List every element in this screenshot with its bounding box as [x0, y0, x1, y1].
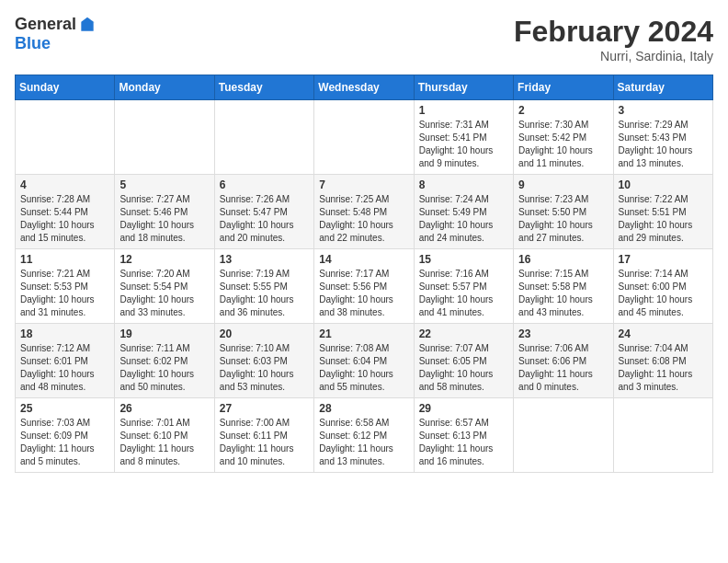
calendar-day-cell: 21Sunrise: 7:08 AM Sunset: 6:04 PM Dayli…	[314, 324, 414, 398]
day-number: 22	[419, 327, 508, 340]
calendar-day-cell: 3Sunrise: 7:29 AM Sunset: 5:43 PM Daylig…	[613, 100, 712, 175]
day-info: Sunrise: 7:29 AM Sunset: 5:43 PM Dayligh…	[619, 119, 708, 170]
weekday-header-monday: Monday	[115, 75, 214, 100]
weekday-header-friday: Friday	[514, 75, 613, 100]
day-number: 16	[518, 253, 608, 266]
weekday-header-tuesday: Tuesday	[214, 75, 313, 100]
day-info: Sunrise: 7:26 AM Sunset: 5:47 PM Dayligh…	[220, 193, 309, 245]
day-number: 14	[319, 253, 408, 266]
day-number: 6	[220, 178, 309, 191]
location-subtitle: Nurri, Sardinia, Italy	[514, 49, 713, 63]
day-info: Sunrise: 7:27 AM Sunset: 5:46 PM Dayligh…	[119, 193, 209, 245]
logo-blue: Blue	[15, 34, 51, 53]
weekday-header-sunday: Sunday	[16, 75, 115, 100]
day-info: Sunrise: 7:20 AM Sunset: 5:54 PM Dayligh…	[119, 268, 209, 319]
day-info: Sunrise: 6:57 AM Sunset: 6:13 PM Dayligh…	[419, 417, 508, 468]
day-number: 27	[220, 402, 309, 415]
calendar-day-cell: 25Sunrise: 7:03 AM Sunset: 6:09 PM Dayli…	[16, 398, 115, 473]
day-number: 8	[419, 178, 508, 191]
day-number: 21	[319, 327, 408, 340]
calendar-day-cell: 17Sunrise: 7:14 AM Sunset: 6:00 PM Dayli…	[613, 249, 712, 324]
calendar-day-cell: 20Sunrise: 7:10 AM Sunset: 6:03 PM Dayli…	[214, 324, 313, 398]
day-number: 29	[419, 402, 508, 415]
calendar-day-cell: 2Sunrise: 7:30 AM Sunset: 5:42 PM Daylig…	[514, 100, 613, 175]
calendar-day-cell: 8Sunrise: 7:24 AM Sunset: 5:49 PM Daylig…	[414, 175, 513, 249]
empty-cell	[16, 100, 115, 175]
calendar-day-cell: 22Sunrise: 7:07 AM Sunset: 6:05 PM Dayli…	[414, 324, 513, 398]
calendar-day-cell: 19Sunrise: 7:11 AM Sunset: 6:02 PM Dayli…	[115, 324, 214, 398]
day-number: 12	[119, 253, 209, 266]
calendar-day-cell: 7Sunrise: 7:25 AM Sunset: 5:48 PM Daylig…	[314, 175, 414, 249]
day-number: 28	[319, 402, 408, 415]
day-info: Sunrise: 7:06 AM Sunset: 6:06 PM Dayligh…	[518, 342, 608, 394]
empty-cell	[214, 100, 313, 175]
weekday-header-thursday: Thursday	[414, 75, 513, 100]
day-number: 26	[119, 402, 209, 415]
empty-cell	[314, 100, 414, 175]
day-number: 11	[20, 253, 109, 266]
day-number: 3	[619, 104, 708, 117]
day-info: Sunrise: 7:23 AM Sunset: 5:50 PM Dayligh…	[518, 193, 608, 245]
day-info: Sunrise: 7:14 AM Sunset: 6:00 PM Dayligh…	[619, 268, 708, 319]
calendar-week-row: 18Sunrise: 7:12 AM Sunset: 6:01 PM Dayli…	[16, 324, 713, 398]
day-info: Sunrise: 7:11 AM Sunset: 6:02 PM Dayligh…	[119, 342, 209, 394]
day-info: Sunrise: 7:22 AM Sunset: 5:51 PM Dayligh…	[619, 193, 708, 245]
day-number: 25	[20, 402, 109, 415]
calendar-day-cell: 26Sunrise: 7:01 AM Sunset: 6:10 PM Dayli…	[115, 398, 214, 473]
day-number: 18	[20, 327, 109, 340]
calendar-day-cell: 18Sunrise: 7:12 AM Sunset: 6:01 PM Dayli…	[16, 324, 115, 398]
day-number: 20	[220, 327, 309, 340]
day-info: Sunrise: 7:24 AM Sunset: 5:49 PM Dayligh…	[419, 193, 508, 245]
calendar-day-cell: 10Sunrise: 7:22 AM Sunset: 5:51 PM Dayli…	[613, 175, 712, 249]
calendar-day-cell: 14Sunrise: 7:17 AM Sunset: 5:56 PM Dayli…	[314, 249, 414, 324]
day-info: Sunrise: 7:28 AM Sunset: 5:44 PM Dayligh…	[20, 193, 109, 245]
day-info: Sunrise: 7:01 AM Sunset: 6:10 PM Dayligh…	[119, 417, 209, 468]
calendar-day-cell: 6Sunrise: 7:26 AM Sunset: 5:47 PM Daylig…	[214, 175, 313, 249]
day-number: 23	[518, 327, 608, 340]
calendar-day-cell: 12Sunrise: 7:20 AM Sunset: 5:54 PM Dayli…	[115, 249, 214, 324]
calendar-day-cell: 1Sunrise: 7:31 AM Sunset: 5:41 PM Daylig…	[414, 100, 513, 175]
day-info: Sunrise: 7:25 AM Sunset: 5:48 PM Dayligh…	[319, 193, 408, 245]
day-info: Sunrise: 7:17 AM Sunset: 5:56 PM Dayligh…	[319, 268, 408, 319]
calendar-table: SundayMondayTuesdayWednesdayThursdayFrid…	[15, 75, 713, 473]
calendar-day-cell: 9Sunrise: 7:23 AM Sunset: 5:50 PM Daylig…	[514, 175, 613, 249]
calendar-day-cell: 23Sunrise: 7:06 AM Sunset: 6:06 PM Dayli…	[514, 324, 613, 398]
logo: General Blue	[15, 15, 97, 53]
calendar-week-row: 25Sunrise: 7:03 AM Sunset: 6:09 PM Dayli…	[16, 398, 713, 473]
day-info: Sunrise: 7:30 AM Sunset: 5:42 PM Dayligh…	[518, 119, 608, 170]
day-number: 5	[119, 178, 209, 191]
day-info: Sunrise: 7:19 AM Sunset: 5:55 PM Dayligh…	[220, 268, 309, 319]
calendar-day-cell: 5Sunrise: 7:27 AM Sunset: 5:46 PM Daylig…	[115, 175, 214, 249]
calendar-week-row: 1Sunrise: 7:31 AM Sunset: 5:41 PM Daylig…	[16, 100, 713, 175]
page-header: General Blue February 2024 Nurri, Sardin…	[15, 15, 713, 63]
day-info: Sunrise: 7:15 AM Sunset: 5:58 PM Dayligh…	[518, 268, 608, 319]
calendar-day-cell: 29Sunrise: 6:57 AM Sunset: 6:13 PM Dayli…	[414, 398, 513, 473]
day-info: Sunrise: 7:04 AM Sunset: 6:08 PM Dayligh…	[619, 342, 708, 394]
day-number: 9	[518, 178, 608, 191]
day-info: Sunrise: 7:07 AM Sunset: 6:05 PM Dayligh…	[419, 342, 508, 394]
calendar-day-cell: 4Sunrise: 7:28 AM Sunset: 5:44 PM Daylig…	[16, 175, 115, 249]
day-info: Sunrise: 7:00 AM Sunset: 6:11 PM Dayligh…	[220, 417, 309, 468]
logo-general: General	[15, 15, 76, 34]
empty-cell	[613, 398, 712, 473]
day-info: Sunrise: 7:03 AM Sunset: 6:09 PM Dayligh…	[20, 417, 109, 468]
calendar-day-cell: 15Sunrise: 7:16 AM Sunset: 5:57 PM Dayli…	[414, 249, 513, 324]
logo-icon	[78, 16, 97, 34]
calendar-week-row: 4Sunrise: 7:28 AM Sunset: 5:44 PM Daylig…	[16, 175, 713, 249]
calendar-day-cell: 28Sunrise: 6:58 AM Sunset: 6:12 PM Dayli…	[314, 398, 414, 473]
day-info: Sunrise: 7:21 AM Sunset: 5:53 PM Dayligh…	[20, 268, 109, 319]
day-info: Sunrise: 7:16 AM Sunset: 5:57 PM Dayligh…	[419, 268, 508, 319]
calendar-day-cell: 11Sunrise: 7:21 AM Sunset: 5:53 PM Dayli…	[16, 249, 115, 324]
day-info: Sunrise: 7:10 AM Sunset: 6:03 PM Dayligh…	[220, 342, 309, 394]
empty-cell	[514, 398, 613, 473]
day-info: Sunrise: 7:08 AM Sunset: 6:04 PM Dayligh…	[319, 342, 408, 394]
calendar-day-cell: 13Sunrise: 7:19 AM Sunset: 5:55 PM Dayli…	[214, 249, 313, 324]
day-number: 13	[220, 253, 309, 266]
day-number: 1	[419, 104, 508, 117]
calendar-day-cell: 16Sunrise: 7:15 AM Sunset: 5:58 PM Dayli…	[514, 249, 613, 324]
title-area: February 2024 Nurri, Sardinia, Italy	[514, 15, 713, 63]
day-number: 10	[619, 178, 708, 191]
day-number: 24	[619, 327, 708, 340]
day-info: Sunrise: 7:12 AM Sunset: 6:01 PM Dayligh…	[20, 342, 109, 394]
day-number: 2	[518, 104, 608, 117]
